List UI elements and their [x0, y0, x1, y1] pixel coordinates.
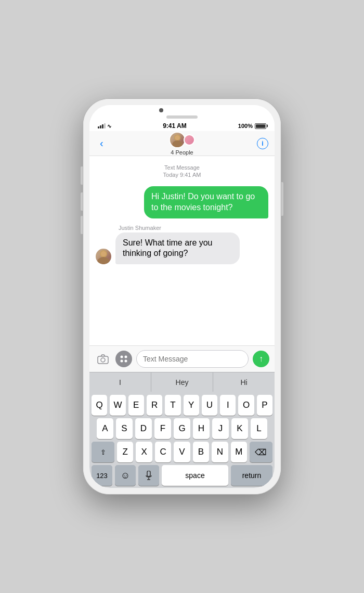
svg-point-9 [125, 356, 127, 358]
key-p[interactable]: P [257, 395, 272, 416]
input-bar: ↑ [89, 345, 275, 372]
key-c[interactable]: C [155, 442, 171, 462]
incoming-bubble: Sure! What time are you thinking of goin… [115, 233, 240, 265]
msg-type: Text Message [164, 164, 200, 171]
keyboard-row-2: A S D F G H J K L [92, 418, 272, 439]
key-n[interactable]: N [212, 442, 228, 462]
apps-button[interactable] [115, 351, 132, 367]
info-button[interactable]: i [257, 138, 268, 149]
message-timestamp: Text Message Today 9:41 AM [96, 164, 268, 178]
key-j[interactable]: J [212, 418, 229, 439]
wifi-icon: ∿ [107, 123, 111, 129]
key-d[interactable]: D [135, 418, 152, 439]
svg-rect-12 [147, 471, 150, 476]
battery-icon [255, 123, 266, 129]
nav-title[interactable]: 4 People [171, 149, 193, 156]
key-s[interactable]: S [116, 418, 133, 439]
key-g[interactable]: G [174, 418, 190, 439]
predictive-item-3[interactable]: Hi [213, 372, 275, 392]
key-f[interactable]: F [154, 418, 171, 439]
status-left: ∿ [98, 123, 111, 129]
key-q[interactable]: Q [92, 395, 107, 416]
signal-icon [98, 123, 106, 128]
space-key[interactable]: space [162, 465, 228, 486]
status-bar: ∿ 9:41 AM 100% [89, 121, 275, 131]
camera-button[interactable] [95, 351, 111, 367]
svg-point-1 [172, 140, 182, 148]
key-y[interactable]: Y [184, 395, 199, 416]
keyboard: Q W E R T Y U I O P A S D F G H J K [89, 392, 275, 488]
message-input-wrap[interactable] [136, 350, 249, 368]
key-w[interactable]: W [110, 395, 125, 416]
incoming-row: Sure! What time are you thinking of goin… [96, 233, 268, 265]
key-k[interactable]: K [231, 418, 248, 439]
messages-area: Text Message Today 9:41 AM Hi Justin! Do… [89, 156, 275, 345]
key-b[interactable]: B [193, 442, 209, 462]
status-right: 100% [238, 123, 266, 129]
key-v[interactable]: V [174, 442, 190, 462]
keyboard-row-1: Q W E R T Y U I O P [92, 395, 272, 416]
svg-point-5 [101, 251, 106, 256]
avatar-group [169, 132, 195, 148]
send-button[interactable]: ↑ [253, 351, 269, 367]
status-time: 9:41 AM [163, 122, 187, 130]
key-o[interactable]: O [238, 395, 254, 416]
phone-device: ∿ 9:41 AM 100% ‹ [83, 99, 281, 494]
outgoing-message: Hi Justin! Do you want to go to the movi… [96, 186, 268, 218]
key-m[interactable]: M [231, 442, 247, 462]
return-key[interactable]: return [231, 465, 272, 486]
delete-key[interactable]: ⌫ [250, 442, 272, 462]
key-a[interactable]: A [97, 418, 113, 439]
key-e[interactable]: E [128, 395, 144, 416]
svg-point-8 [121, 356, 123, 358]
key-r[interactable]: R [147, 395, 162, 416]
predictive-bar: I Hey Hi [89, 372, 275, 392]
earpiece-speaker [166, 115, 198, 119]
sender-avatar [96, 249, 111, 264]
message-input[interactable] [143, 355, 242, 363]
shift-key[interactable]: ⇧ [92, 442, 114, 462]
predictive-item-1[interactable]: I [89, 372, 151, 392]
phone-top-bezel [89, 105, 275, 121]
nav-bar: ‹ 4 People i [89, 131, 275, 156]
key-t[interactable]: T [165, 395, 180, 416]
key-i[interactable]: I [220, 395, 236, 416]
key-z[interactable]: Z [117, 442, 133, 462]
incoming-message-group: Justin Shumaker Sure! What time are you … [96, 225, 268, 265]
svg-point-2 [175, 135, 180, 140]
outgoing-bubble: Hi Justin! Do you want to go to the movi… [144, 186, 268, 218]
mic-key[interactable] [138, 465, 159, 486]
nav-center: 4 People [169, 132, 195, 156]
key-x[interactable]: X [136, 442, 152, 462]
battery-percent: 100% [238, 123, 253, 129]
svg-point-10 [121, 360, 123, 363]
keyboard-row-4: 123 ☺ space return [92, 465, 272, 486]
avatar-secondary [184, 134, 195, 146]
key-u[interactable]: U [202, 395, 217, 416]
back-button[interactable]: ‹ [96, 135, 108, 151]
keyboard-row-3: ⇧ Z X C V B N M ⌫ [92, 442, 272, 462]
svg-point-7 [101, 358, 105, 362]
front-camera [159, 108, 163, 112]
sender-name: Justin Shumaker [119, 225, 268, 231]
key-h[interactable]: H [193, 418, 210, 439]
phone-screen: ∿ 9:41 AM 100% ‹ [89, 105, 275, 488]
emoji-key[interactable]: ☺ [115, 465, 136, 486]
svg-point-4 [97, 257, 110, 264]
key-l[interactable]: L [251, 418, 267, 439]
send-icon: ↑ [259, 354, 263, 364]
predictive-item-2[interactable]: Hey [151, 372, 213, 392]
msg-time: Today 9:41 AM [163, 172, 201, 178]
svg-point-11 [125, 360, 127, 363]
svg-rect-6 [98, 356, 108, 364]
numbers-key[interactable]: 123 [92, 465, 112, 486]
